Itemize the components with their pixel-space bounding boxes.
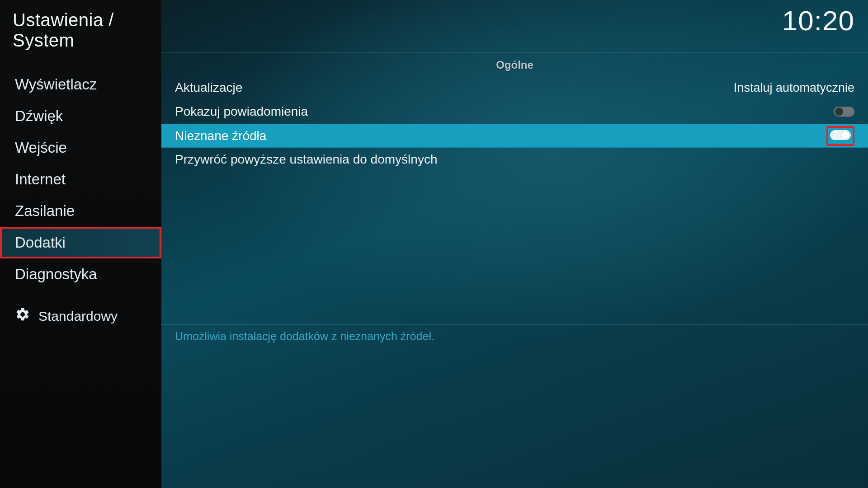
settings-level-button[interactable]: Standardowy bbox=[0, 307, 161, 488]
settings-content: Ogólne Aktualizacje Instaluj automatyczn… bbox=[161, 52, 868, 172]
sidebar: Ustawienia / System Wyświetlacz Dźwięk W… bbox=[0, 0, 161, 488]
sidebar-item-display[interactable]: Wyświetlacz bbox=[0, 69, 161, 100]
row-notifications[interactable]: Pokazuj powiadomienia bbox=[161, 100, 868, 124]
sidebar-item-audio[interactable]: Dźwięk bbox=[0, 100, 161, 132]
main-panel: 10:20 Ogólne Aktualizacje Instaluj autom… bbox=[161, 0, 868, 488]
sidebar-item-label: Wyświetlacz bbox=[15, 76, 97, 93]
description-bar: Umożliwia instalację dodatków z nieznany… bbox=[161, 324, 868, 343]
sidebar-item-addons[interactable]: Dodatki bbox=[0, 227, 161, 258]
page-title: Ustawienia / System bbox=[0, 0, 161, 69]
highlight-box bbox=[826, 126, 854, 146]
row-label: Pokazuj powiadomienia bbox=[175, 104, 834, 119]
settings-level-label: Standardowy bbox=[38, 309, 118, 324]
row-label: Przywróć powyższe ustawienia do domyślny… bbox=[175, 152, 854, 167]
sidebar-item-label: Diagnostyka bbox=[15, 266, 97, 282]
sidebar-item-label: Dodatki bbox=[15, 234, 66, 251]
description-text: Umożliwia instalację dodatków z nieznany… bbox=[161, 330, 868, 343]
clock: 10:20 bbox=[782, 5, 854, 37]
row-value: Instaluj automatycznie bbox=[734, 81, 854, 95]
toggle-notifications[interactable] bbox=[834, 107, 854, 117]
sidebar-item-internet[interactable]: Internet bbox=[0, 164, 161, 195]
sidebar-item-logging[interactable]: Diagnostyka bbox=[0, 258, 161, 290]
sidebar-item-label: Wejście bbox=[15, 139, 67, 156]
sidebar-item-label: Dźwięk bbox=[15, 108, 63, 124]
divider bbox=[161, 324, 868, 324]
row-label: Nieznane źródła bbox=[175, 129, 826, 143]
sidebar-item-input[interactable]: Wejście bbox=[0, 132, 161, 164]
row-unknown-sources[interactable]: Nieznane źródła bbox=[161, 124, 868, 148]
row-reset-defaults[interactable]: Przywróć powyższe ustawienia do domyślny… bbox=[161, 148, 868, 172]
sidebar-item-power[interactable]: Zasilanie bbox=[0, 195, 161, 227]
row-updates[interactable]: Aktualizacje Instaluj automatycznie bbox=[161, 76, 868, 100]
row-label: Aktualizacje bbox=[175, 80, 734, 95]
sidebar-item-label: Internet bbox=[15, 171, 66, 188]
section-header-general: Ogólne bbox=[161, 52, 868, 76]
sidebar-item-label: Zasilanie bbox=[15, 202, 75, 219]
toggle-unknown-sources[interactable] bbox=[830, 130, 851, 140]
gear-icon bbox=[15, 307, 30, 325]
